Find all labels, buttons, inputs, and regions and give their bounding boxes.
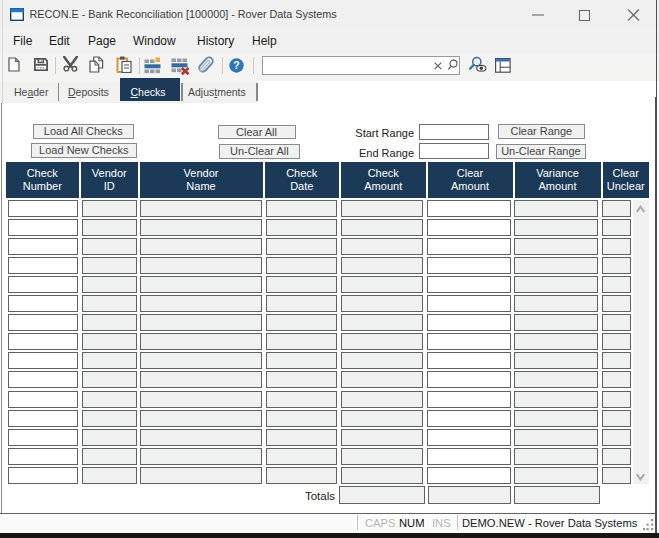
svg-text:?: ? (233, 59, 239, 71)
